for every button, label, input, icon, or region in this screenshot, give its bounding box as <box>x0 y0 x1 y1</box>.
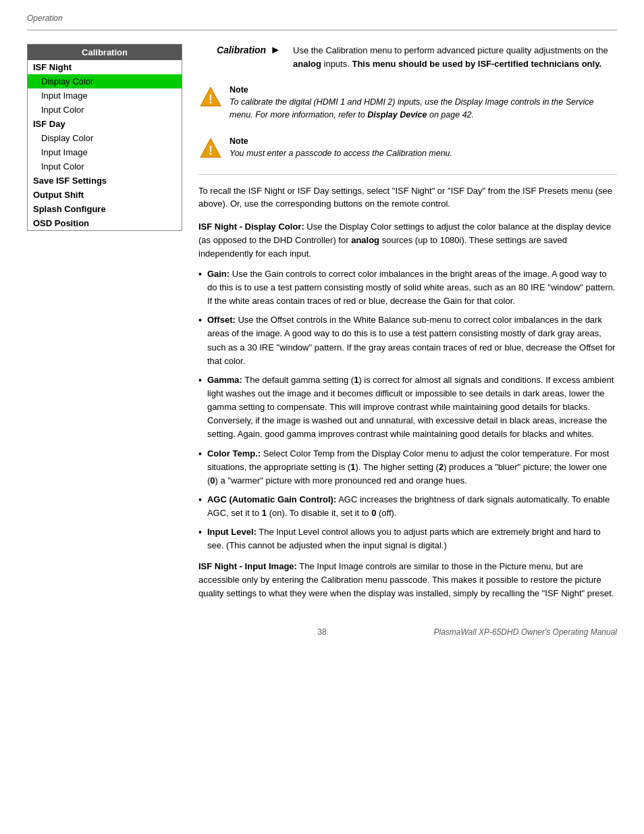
menu-item-save-isf[interactable]: Save ISF Settings <box>28 174 182 188</box>
menu-box: Calibration ISF Night Display Color Inpu… <box>27 44 182 231</box>
note-icon-1: ! <box>198 85 223 109</box>
menu-item-output-shift[interactable]: Output Shift <box>28 188 182 202</box>
recall-paragraph: To recall the ISF Night or ISF Day setti… <box>198 184 617 211</box>
menu-item-input-image-night[interactable]: Input Image <box>28 88 182 103</box>
arrow-icon: ► <box>270 44 281 56</box>
calibration-header: Calibration ► Use the Calibration menu t… <box>198 44 617 70</box>
isf-night-input-image: ISF Night - Input Image: The Input Image… <box>198 560 617 600</box>
note-label-1: Note <box>230 85 617 95</box>
calibration-label: Calibration <box>198 45 266 55</box>
note-text-2: You must enter a passcode to access the … <box>230 147 452 160</box>
note-text-1: To calibrate the digital (HDMI 1 and HDM… <box>230 96 617 122</box>
menu-item-input-image-day[interactable]: Input Image <box>28 145 182 159</box>
breadcrumb: Operation <box>27 14 617 23</box>
menu-item-isf-day[interactable]: ISF Day <box>28 117 182 131</box>
footer-text: PlasmaWall XP-65DHD Owner's Operating Ma… <box>433 627 617 637</box>
bullet-agc: AGC (Automatic Gain Control): AGC increa… <box>198 493 617 520</box>
menu-item-input-color-night[interactable]: Input Color <box>28 103 182 117</box>
section-divider-1 <box>198 174 617 175</box>
note-box-2: ! Note You must enter a passcode to acce… <box>198 132 617 165</box>
bullet-color-temp: Color Temp.: Select Color Temp from the … <box>198 447 617 488</box>
note-box-1: ! Note To calibrate the digital (HDMI 1 … <box>198 81 617 126</box>
top-divider <box>27 30 617 30</box>
bullet-offset: Offset: Use the Offset controls in the W… <box>198 313 617 368</box>
isf-night-display-intro: ISF Night - Display Color: Use the Displ… <box>198 220 617 261</box>
svg-text:!: ! <box>209 93 213 106</box>
note-label-2: Note <box>230 136 452 146</box>
menu-item-isf-night[interactable]: ISF Night <box>28 60 182 74</box>
menu-item-osd-position[interactable]: OSD Position <box>28 216 182 230</box>
main-content: Calibration ► Use the Calibration menu t… <box>198 44 617 607</box>
sidebar: Calibration ISF Night Display Color Inpu… <box>27 44 182 607</box>
page-footer: 38 PlasmaWall XP-65DHD Owner's Operating… <box>27 627 617 637</box>
bullet-gain: Gain: Use the Gain controls to correct c… <box>198 267 617 308</box>
page-number: 38 <box>317 627 326 637</box>
feature-bullets: Gain: Use the Gain controls to correct c… <box>198 267 617 553</box>
header-description: Use the Calibration menu to perform adva… <box>293 44 617 70</box>
content-area: Calibration ISF Night Display Color Inpu… <box>27 44 617 607</box>
svg-text:!: ! <box>209 144 213 157</box>
note-icon-2: ! <box>198 136 223 161</box>
menu-item-input-color-day[interactable]: Input Color <box>28 159 182 174</box>
bullet-input-level: Input Level: The Input Level control all… <box>198 525 617 552</box>
menu-item-display-color-day[interactable]: Display Color <box>28 131 182 145</box>
bullet-gamma: Gamma: The default gamma setting (1) is … <box>198 373 617 442</box>
menu-title: Calibration <box>28 45 182 60</box>
menu-item-splash-configure[interactable]: Splash Configure <box>28 202 182 216</box>
page-container: Operation Calibration ISF Night Display … <box>0 0 644 664</box>
menu-item-display-color-night[interactable]: Display Color <box>28 74 182 88</box>
